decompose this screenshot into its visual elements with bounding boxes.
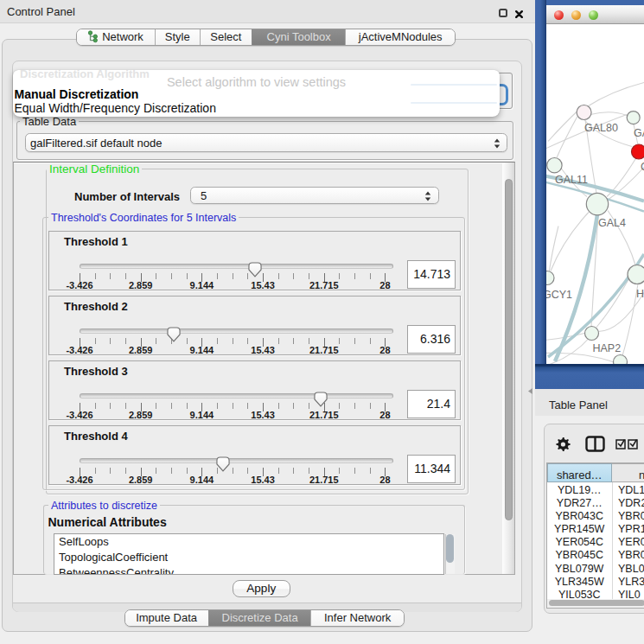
svg-text:HAP2: HAP2 <box>593 342 622 354</box>
svg-text:C: C <box>641 161 644 173</box>
svg-text:GAL4: GAL4 <box>598 217 626 229</box>
svg-text:HI: HI <box>636 288 644 300</box>
svg-text:GA: GA <box>634 127 644 139</box>
svg-text:GAL80: GAL80 <box>584 122 618 134</box>
svg-text:GCY1: GCY1 <box>546 289 572 301</box>
svg-text:GAL11: GAL11 <box>555 174 588 186</box>
